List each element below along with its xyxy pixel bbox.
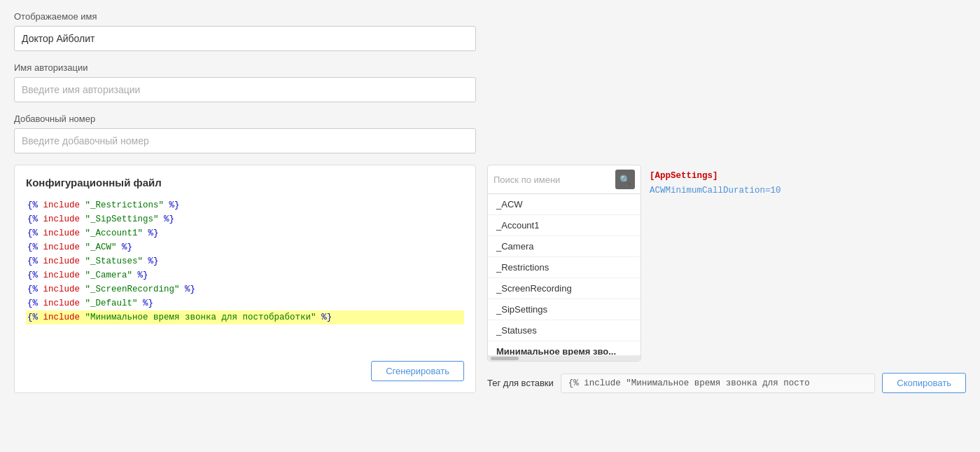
list-item-restrictions[interactable]: _Restrictions <box>488 257 640 278</box>
ext-number-input[interactable] <box>14 128 476 153</box>
code-line-acw: {% include "_ACW" %} <box>26 240 464 254</box>
preview-setting-line: ACWMinimumCallDuration=10 <box>650 184 966 198</box>
code-line-mintime: {% include "Минимальное время звонка для… <box>26 310 464 324</box>
list-item-camera[interactable]: _Camera <box>488 236 640 257</box>
tag-value-box: {% include "Минимальное время звонка для… <box>561 374 876 393</box>
search-input[interactable] <box>493 174 615 185</box>
right-panel: 🔍 _ACW _Account1 _Camera _Restrictions _… <box>487 165 966 393</box>
code-line-default: {% include "_Default" %} <box>26 296 464 310</box>
search-bar: 🔍 <box>488 165 640 194</box>
generate-button[interactable]: Сгенерировать <box>371 361 464 381</box>
tag-row: Тег для вставки {% include "Минимальное … <box>487 373 966 393</box>
auth-name-group: Имя авторизации <box>14 62 966 102</box>
search-icon: 🔍 <box>620 174 631 185</box>
scrollbar-thumb <box>491 357 519 360</box>
auth-name-input[interactable] <box>14 77 476 102</box>
page: Отображаемое имя Имя авторизации Добавоч… <box>0 0 980 452</box>
preview-code: [AppSettings] ACWMinimumCallDuration=10 <box>650 165 966 203</box>
list-item-mintime[interactable]: Минимальное время зво... <box>488 341 640 355</box>
display-name-group: Отображаемое имя <box>14 11 966 51</box>
list-items: _ACW _Account1 _Camera _Restrictions _Sc… <box>488 194 640 355</box>
config-panel-title: Конфигурационный файл <box>26 177 464 189</box>
ext-number-label: Добавочный номер <box>14 114 966 124</box>
search-list-panel: 🔍 _ACW _Account1 _Camera _Restrictions _… <box>487 165 641 362</box>
auth-name-label: Имя авторизации <box>14 62 966 73</box>
config-footer: Сгенерировать <box>26 361 464 381</box>
display-name-input[interactable] <box>14 26 476 51</box>
config-panel: Конфигурационный файл {% include "_Restr… <box>14 165 476 393</box>
code-line-restrictions: {% include "_Restrictions" %} <box>26 198 464 212</box>
list-item-acw[interactable]: _ACW <box>488 194 640 215</box>
code-line-screenrecording: {% include "_ScreenRecording" %} <box>26 282 464 296</box>
list-item-statuses[interactable]: _Statuses <box>488 320 640 341</box>
copy-button[interactable]: Скопировать <box>882 373 966 393</box>
bottom-section: Конфигурационный файл {% include "_Restr… <box>14 165 966 393</box>
code-line-statuses: {% include "_Statuses" %} <box>26 254 464 268</box>
tag-label: Тег для вставки <box>487 378 554 388</box>
preview-section-label: [AppSettings] <box>650 169 966 184</box>
config-code-area: {% include "_Restrictions" %} {% include… <box>26 198 464 350</box>
display-name-label: Отображаемое имя <box>14 11 966 22</box>
list-scrollbar <box>488 355 640 361</box>
list-item-screenrecording[interactable]: _ScreenRecording <box>488 278 640 299</box>
code-line-account1: {% include "_Account1" %} <box>26 226 464 240</box>
code-line-camera: {% include "_Camera" %} <box>26 268 464 282</box>
list-item-sipsettings[interactable]: _SipSettings <box>488 299 640 320</box>
top-right-area: 🔍 _ACW _Account1 _Camera _Restrictions _… <box>487 165 966 362</box>
ext-number-group: Добавочный номер <box>14 114 966 153</box>
code-line-sip: {% include "_SipSettings" %} <box>26 212 464 226</box>
search-button[interactable]: 🔍 <box>615 170 635 189</box>
list-item-account1[interactable]: _Account1 <box>488 215 640 236</box>
